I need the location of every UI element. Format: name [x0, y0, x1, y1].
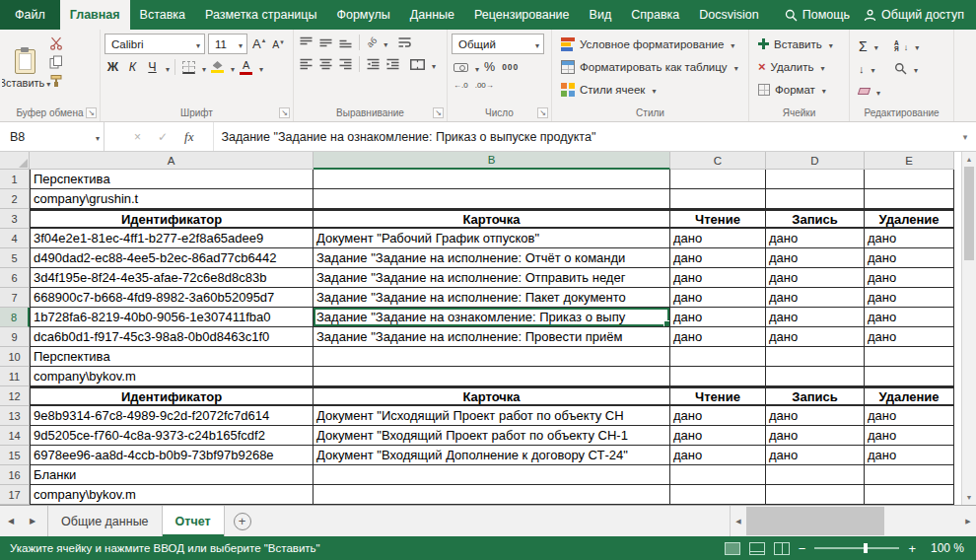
percent-format-button[interactable]: %: [482, 59, 497, 75]
row-header-17[interactable]: 17: [0, 485, 30, 505]
accounting-dropdown-arrow[interactable]: [473, 58, 479, 76]
cell-E10[interactable]: [865, 347, 954, 367]
alignment-dialog-launcher[interactable]: [433, 107, 444, 118]
column-header-D[interactable]: D: [766, 152, 865, 170]
cell-E17[interactable]: [865, 485, 954, 505]
cell-B1[interactable]: [314, 170, 670, 189]
name-box-dropdown-arrow[interactable]: [94, 130, 100, 144]
font-color-dropdown-arrow[interactable]: [257, 58, 263, 76]
horizontal-scrollbar[interactable]: [730, 506, 976, 536]
decrease-indent-button[interactable]: [365, 57, 382, 71]
cell-C1[interactable]: [670, 170, 766, 189]
zoom-out-button[interactable]: −: [799, 541, 806, 556]
cell-B15[interactable]: Документ "Входящий Дополнение к договору…: [314, 446, 670, 465]
borders-button[interactable]: [180, 60, 197, 75]
cell-D17[interactable]: [766, 485, 865, 505]
cell-C9[interactable]: дано: [670, 327, 766, 347]
cell-C14[interactable]: дано: [670, 426, 766, 446]
row-header-13[interactable]: 13: [0, 406, 30, 426]
cell-E7[interactable]: дано: [865, 288, 954, 308]
ribbon-tab-2[interactable]: Вставка: [130, 0, 195, 30]
cell-C11[interactable]: [670, 367, 766, 386]
orientation-dropdown-arrow[interactable]: [382, 34, 387, 51]
sheet-nav-right-arrow[interactable]: [22, 506, 43, 536]
cell-C2[interactable]: [670, 189, 766, 209]
row-header-6[interactable]: 6: [0, 268, 30, 288]
cell-E1[interactable]: [865, 170, 954, 189]
normal-view-button[interactable]: [725, 542, 740, 555]
cell-C10[interactable]: [670, 347, 766, 367]
cell-B9[interactable]: Задание "Задание на исполнение: Провести…: [314, 327, 670, 347]
cell-E5[interactable]: дано: [865, 248, 954, 268]
cell-B4[interactable]: Документ "Рабочий График отпусков": [314, 229, 670, 248]
font-size-select[interactable]: 11: [208, 34, 247, 54]
cancel-button[interactable]: ×: [134, 130, 141, 144]
font-color-button[interactable]: А: [238, 59, 254, 76]
vertical-scroll-thumb[interactable]: [964, 167, 974, 260]
row-header-2[interactable]: 2: [0, 189, 30, 209]
cut-button[interactable]: [47, 35, 65, 51]
cell-D15[interactable]: дано: [766, 446, 865, 465]
cell-E3[interactable]: Удаление: [865, 209, 954, 229]
cell-C7[interactable]: дано: [670, 288, 766, 308]
cell-B6[interactable]: Задание "Задание на исполнение: Отправит…: [314, 268, 670, 288]
align-center-button[interactable]: [317, 57, 334, 71]
cell-A14[interactable]: 9d5205ce-f760-4c8a-9373-c24b165fcdf2: [30, 426, 314, 446]
column-header-A[interactable]: A: [30, 152, 314, 170]
paste-button[interactable]: Вставить: [2, 32, 47, 105]
select-all-corner[interactable]: [0, 152, 30, 170]
cell-B7[interactable]: Задание "Задание на исполнение: Пакет до…: [314, 288, 670, 308]
clipboard-dialog-launcher[interactable]: [86, 107, 97, 118]
scroll-right-arrow[interactable]: [960, 506, 976, 536]
cell-B13[interactable]: Документ "Исходящий Проект работ по объе…: [314, 406, 670, 426]
find-select-button[interactable]: [889, 58, 924, 79]
cell-E14[interactable]: дано: [865, 426, 954, 446]
sheet-tab-1[interactable]: Общие данные: [47, 506, 163, 536]
scroll-down-arrow[interactable]: [962, 490, 976, 505]
cell-D6[interactable]: дано: [766, 268, 865, 288]
row-header-4[interactable]: 4: [0, 229, 30, 248]
format-cells-button[interactable]: Формат: [753, 79, 845, 100]
align-bottom-button[interactable]: [337, 35, 354, 49]
accounting-format-button[interactable]: [452, 62, 470, 73]
formula-input[interactable]: Задание "Задание на ознакомление: Приказ…: [213, 122, 954, 151]
fill-button[interactable]: [854, 58, 885, 79]
increase-font-size-button[interactable]: А▴: [250, 35, 267, 52]
formula-bar-expand-button[interactable]: [954, 122, 976, 151]
share-button[interactable]: Общий доступ: [864, 8, 964, 22]
bold-button[interactable]: Ж: [105, 59, 121, 75]
conditional-formatting-button[interactable]: Условное форматирование: [556, 34, 744, 54]
zoom-slider[interactable]: [814, 547, 899, 549]
cell-E12[interactable]: Удаление: [865, 386, 954, 406]
cell-A5[interactable]: d490dad2-ec88-4ee5-b2ec-86ad77cb6442: [30, 248, 314, 268]
row-header-14[interactable]: 14: [0, 426, 30, 446]
cell-A13[interactable]: 9e8b9314-67c8-4989-9c2d-f2072fc7d614: [30, 406, 314, 426]
cell-E13[interactable]: дано: [865, 406, 954, 426]
decrease-decimal-button[interactable]: .00→: [473, 80, 496, 91]
cell-A3[interactable]: Идентификатор: [30, 209, 314, 229]
cell-D10[interactable]: [766, 347, 865, 367]
cell-C12[interactable]: Чтение: [670, 386, 766, 406]
cell-B12[interactable]: Карточка: [314, 386, 670, 406]
autosum-button[interactable]: Σ: [854, 35, 885, 56]
italic-button[interactable]: К: [124, 59, 141, 75]
cell-B11[interactable]: [314, 367, 670, 386]
row-header-10[interactable]: 10: [0, 347, 30, 367]
cell-A15[interactable]: 6978ee96-aa8d-4ccb-b0b9-73bf97b9268e: [30, 446, 314, 465]
column-header-B[interactable]: B: [314, 152, 670, 170]
cell-D5[interactable]: дано: [766, 248, 865, 268]
fill-color-button[interactable]: [209, 60, 226, 74]
row-header-8[interactable]: 8: [0, 308, 30, 327]
cell-D8[interactable]: дано: [766, 308, 865, 327]
cell-E8[interactable]: дано: [865, 308, 954, 327]
column-header-C[interactable]: C: [670, 152, 766, 170]
cell-A8[interactable]: 1b728fa6-8219-40b0-9056-1e307411fba0: [30, 308, 314, 327]
new-sheet-button[interactable]: +: [234, 513, 251, 530]
cell-E9[interactable]: дано: [865, 327, 954, 347]
help-button[interactable]: Помощь: [785, 8, 850, 22]
sort-filter-button[interactable]: [889, 35, 924, 56]
cell-E2[interactable]: [865, 189, 954, 209]
insert-function-button[interactable]: fx: [184, 129, 193, 145]
cell-E16[interactable]: [865, 465, 954, 485]
orientation-button[interactable]: аб: [365, 36, 379, 48]
